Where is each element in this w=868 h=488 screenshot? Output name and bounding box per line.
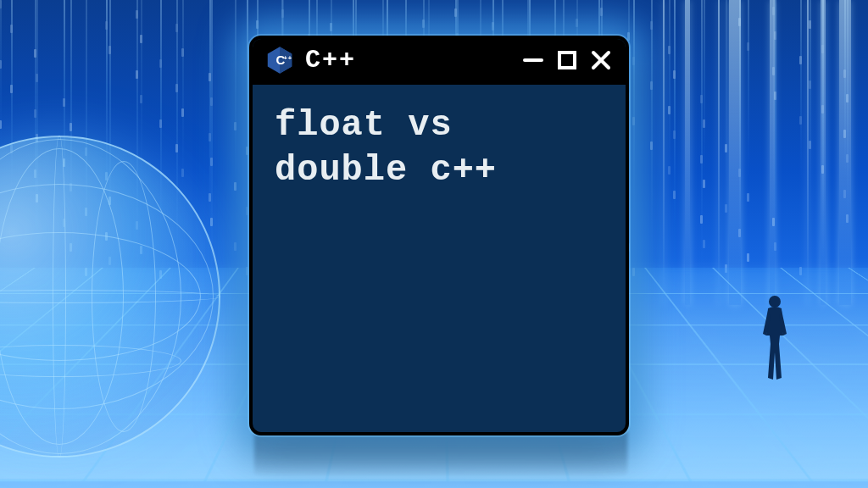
terminal-window: C + + C++ float vs double c++	[249, 36, 629, 435]
background-globe	[0, 136, 220, 458]
svg-rect-7	[559, 53, 575, 68]
window-reflection	[254, 430, 627, 477]
svg-text:+: +	[284, 54, 288, 62]
background-vertical-bars	[614, 0, 868, 305]
window-title: C++	[305, 46, 356, 75]
svg-point-0	[769, 296, 781, 308]
terminal-body-text: float vs double c++	[253, 85, 626, 211]
cpp-logo-icon: C + +	[264, 45, 295, 75]
close-button[interactable]	[588, 47, 614, 73]
window-controls	[520, 47, 614, 73]
maximize-button[interactable]	[554, 47, 580, 73]
svg-text:+: +	[288, 54, 292, 62]
background-person-silhouette	[758, 293, 792, 386]
titlebar[interactable]: C + + C++	[253, 39, 626, 85]
minimize-button[interactable]	[520, 47, 546, 73]
